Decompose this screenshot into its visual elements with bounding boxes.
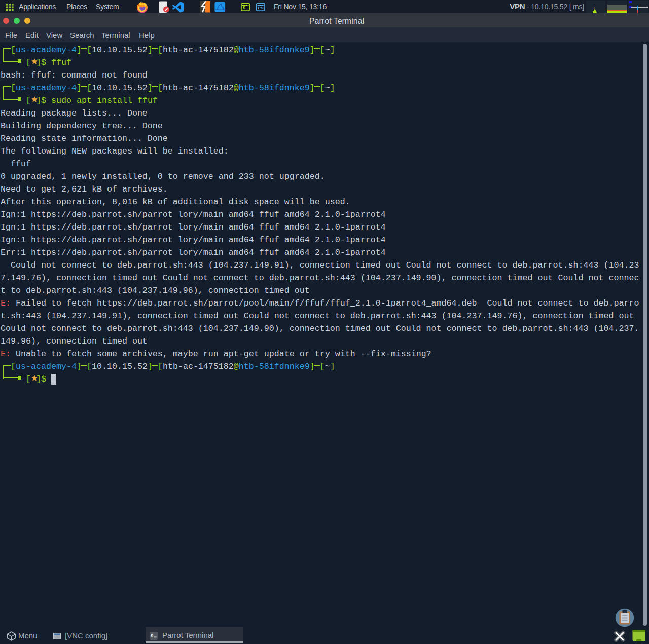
svg-text:$: $ bbox=[243, 5, 245, 10]
svg-text:PS: PS bbox=[258, 6, 264, 10]
svg-text:$: $ bbox=[151, 633, 153, 638]
